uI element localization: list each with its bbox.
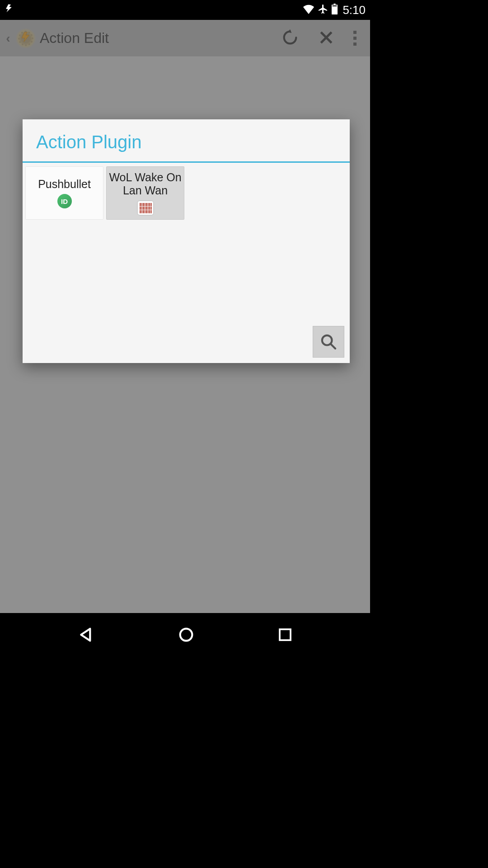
search-icon — [319, 333, 338, 351]
dialog-title: Action Plugin — [36, 132, 336, 152]
svg-rect-0 — [333, 5, 337, 6]
nav-back-icon[interactable] — [77, 626, 95, 646]
airplane-mode-icon — [318, 4, 328, 16]
action-plugin-dialog: Action Plugin Pushbullet ID WoL Wake On … — [23, 119, 350, 363]
plugin-item-wol[interactable]: WoL Wake On Lan Wan — [106, 166, 184, 220]
page-title: Action Edit — [40, 30, 281, 47]
nav-recent-icon[interactable] — [277, 627, 293, 645]
navigation-bar — [0, 613, 370, 658]
plugin-label: WoL Wake On Lan Wan — [108, 171, 182, 197]
overflow-menu-icon[interactable] — [353, 31, 357, 46]
charging-icon — [4, 3, 16, 17]
svg-point-2 — [180, 629, 192, 641]
nav-home-icon[interactable] — [177, 626, 195, 646]
search-button[interactable] — [313, 326, 344, 358]
plugin-grid: Pushbullet ID WoL Wake On Lan Wan — [23, 163, 350, 223]
refresh-icon[interactable] — [281, 28, 299, 48]
battery-icon — [331, 4, 338, 16]
close-icon[interactable] — [317, 28, 335, 48]
back-button[interactable]: ‹ — [5, 31, 12, 46]
svg-rect-3 — [280, 629, 291, 640]
tasker-app-icon — [15, 28, 36, 49]
pushbullet-icon: ID — [57, 194, 72, 208]
wol-icon — [138, 201, 153, 215]
plugin-label: Pushbullet — [38, 178, 91, 191]
wifi-icon — [302, 4, 315, 16]
status-clock: 5:10 — [343, 3, 366, 17]
status-bar: 5:10 — [0, 0, 370, 20]
app-bar: ‹ Action Edit — [0, 20, 370, 57]
plugin-item-pushbullet[interactable]: Pushbullet ID — [25, 166, 103, 220]
